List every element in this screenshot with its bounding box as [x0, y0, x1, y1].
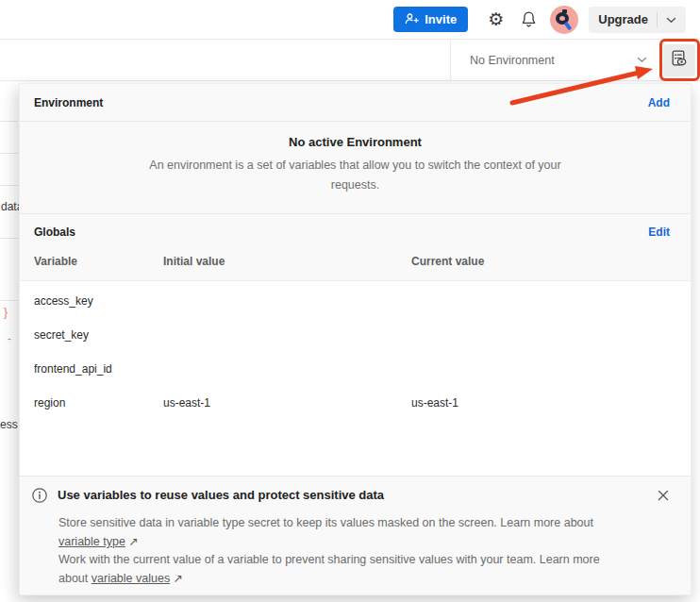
- background-divider: [0, 153, 18, 154]
- table-row[interactable]: access_key: [20, 284, 691, 318]
- background-divider: [0, 300, 18, 301]
- banner-header: Use variables to reuse values and protec…: [31, 487, 672, 508]
- background-code-fragment: }: [4, 306, 8, 319]
- upgrade-button[interactable]: Upgrade: [589, 7, 686, 33]
- avatar-pen-graphic: [564, 21, 572, 30]
- empty-state-title: No active Environment: [20, 135, 691, 149]
- avatar-nib-graphic: [562, 9, 567, 13]
- environment-selector-area: No Environment: [450, 40, 700, 80]
- variable-current-value: us-east-1: [411, 396, 458, 410]
- upgrade-divider: [657, 12, 658, 27]
- column-header-initial-value: Initial value: [163, 255, 225, 268]
- panel-header: Environment Add: [20, 84, 691, 122]
- column-header-variable: Variable: [34, 255, 77, 268]
- user-avatar[interactable]: [550, 6, 578, 34]
- background-divider: [0, 185, 18, 186]
- chevron-down-icon[interactable]: [637, 57, 647, 63]
- variables-info-banner: Use variables to reuse values and protec…: [20, 476, 691, 594]
- external-link-arrow-icon: ↗: [128, 534, 138, 548]
- variable-name: frontend_api_id: [34, 362, 112, 376]
- variable-name: access_key: [34, 294, 93, 308]
- banner-text-line: Store sensitive data in variable type se…: [58, 516, 593, 529]
- variable-values-link[interactable]: variable values: [92, 572, 170, 585]
- info-circle-icon: [31, 487, 48, 508]
- variable-name: secret_key: [34, 328, 89, 342]
- notifications-bell-icon[interactable]: [520, 10, 538, 29]
- person-add-icon: [405, 12, 419, 27]
- column-header-current-value: Current value: [411, 255, 484, 268]
- panel-title: Environment: [34, 96, 103, 109]
- variable-type-link[interactable]: variable type: [58, 535, 125, 548]
- background-divider: [0, 238, 18, 239]
- upgrade-button-label: Upgrade: [598, 12, 648, 26]
- environment-selector[interactable]: No Environment: [470, 54, 555, 67]
- environment-toolbar: No Environment: [0, 40, 700, 81]
- close-icon[interactable]: [655, 487, 672, 507]
- table-row[interactable]: frontend_api_id: [20, 352, 691, 386]
- banner-title: Use variables to reuse values and protec…: [58, 487, 645, 502]
- top-bar: Invite ⚙ Upgrade: [0, 0, 700, 40]
- empty-state-description: An environment is a set of variables tha…: [148, 156, 563, 195]
- background-divider: [0, 121, 18, 122]
- add-environment-link[interactable]: Add: [648, 96, 670, 109]
- banner-body: Store sensitive data in variable type se…: [58, 514, 672, 588]
- variable-name: region: [34, 396, 65, 410]
- globals-variable-table: access_key secret_key frontend_api_id re…: [20, 280, 691, 477]
- external-link-arrow-icon: ↗: [173, 571, 182, 585]
- globals-title: Globals: [34, 226, 75, 239]
- background-code-fragment: -: [8, 332, 11, 345]
- table-row[interactable]: region us-east-1 us-east-1: [20, 386, 691, 420]
- invite-button-label: Invite: [425, 12, 457, 26]
- globals-column-headers: Variable Initial value Current value: [20, 249, 691, 280]
- environment-quick-look-icon: [670, 49, 689, 71]
- no-active-environment-section: No active Environment An environment is …: [20, 122, 691, 213]
- globals-header: Globals Edit: [20, 213, 691, 249]
- banner-text-line: about: [58, 572, 88, 585]
- variable-initial-value: us-east-1: [163, 396, 210, 410]
- edit-globals-link[interactable]: Edit: [648, 226, 670, 239]
- environment-quick-look-button[interactable]: [663, 44, 695, 76]
- table-row[interactable]: secret_key: [20, 318, 691, 352]
- background-text-fragment: ess: [0, 418, 18, 431]
- app-window: data } - ess Invite ⚙ Upgrade: [0, 0, 700, 602]
- environment-quick-look-panel: Environment Add No active Environment An…: [19, 83, 692, 595]
- settings-gear-icon[interactable]: ⚙: [488, 10, 504, 28]
- chevron-down-icon[interactable]: [666, 12, 676, 26]
- invite-button[interactable]: Invite: [393, 7, 468, 32]
- banner-text-line: Work with the current value of a variabl…: [58, 553, 600, 566]
